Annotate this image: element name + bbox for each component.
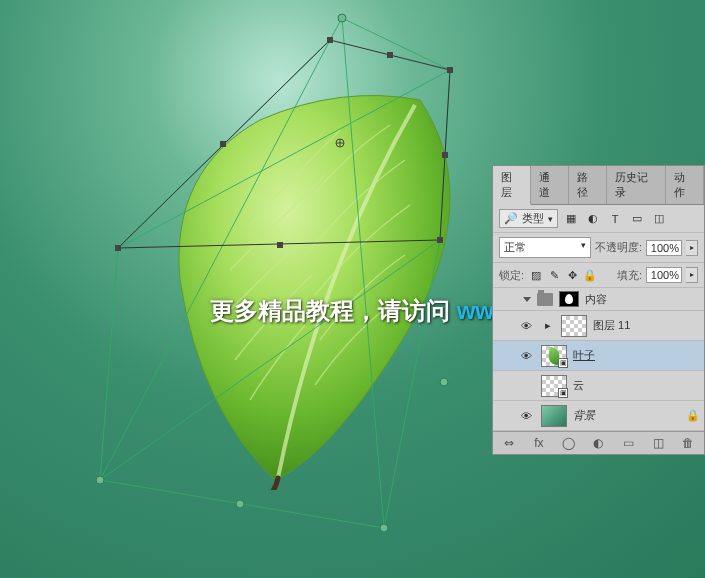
add-adjustment-icon[interactable]: ◐ <box>588 436 608 450</box>
fill-stepper[interactable]: ▸ <box>686 267 698 283</box>
layer-name[interactable]: 叶子 <box>573 348 700 363</box>
search-icon: 🔎 <box>504 212 518 225</box>
lock-all-icon[interactable]: 🔒 <box>582 267 598 283</box>
visibility-eye-icon[interactable]: 👁 <box>517 347 535 365</box>
opacity-label: 不透明度: <box>595 240 642 255</box>
filter-type-icon[interactable]: T <box>606 211 624 227</box>
group-mask-thumb[interactable] <box>559 291 579 307</box>
disclosure-triangle-icon[interactable] <box>523 297 531 302</box>
opacity-stepper[interactable]: ▸ <box>686 240 698 256</box>
folder-icon <box>537 293 553 306</box>
layer-name[interactable]: 云 <box>573 378 700 393</box>
visibility-eye-icon[interactable]: 👁 <box>517 407 535 425</box>
layer-thumb[interactable]: ▣ <box>541 345 567 367</box>
layer-name[interactable]: 图层 11 <box>593 318 700 333</box>
tab-layers[interactable]: 图层 <box>493 166 531 205</box>
fill-input[interactable]: 100% <box>646 267 682 283</box>
tab-history[interactable]: 历史记录 <box>607 166 666 204</box>
layers-panel: 图层 通道 路径 历史记录 动作 🔎 类型 ▾ ▦ ◐ T ▭ ◫ 正常 不透明… <box>492 165 705 455</box>
fill-label: 填充: <box>617 268 642 283</box>
lock-icon: 🔒 <box>686 409 700 422</box>
layer-group-header[interactable]: 内容 <box>493 288 704 311</box>
canvas-viewport[interactable]: 更多精品教程，请访问 www.240PS.com 图层 通道 路径 历史记录 动… <box>0 0 705 578</box>
layer-thumb[interactable] <box>561 315 587 337</box>
layer-name[interactable]: 背景 <box>573 408 680 423</box>
delete-layer-icon[interactable]: 🗑 <box>678 436 698 450</box>
layer-thumb[interactable]: ▣ <box>541 375 567 397</box>
smart-object-badge-icon: ▣ <box>558 388 568 398</box>
layer-filter-row: 🔎 类型 ▾ ▦ ◐ T ▭ ◫ <box>493 205 704 233</box>
link-layers-icon[interactable]: ⇔ <box>499 436 519 450</box>
tab-channels[interactable]: 通道 <box>531 166 569 204</box>
lock-buttons: ▨ ✎ ✥ 🔒 <box>528 267 598 283</box>
group-name[interactable]: 内容 <box>585 292 698 307</box>
visibility-eye-icon[interactable]: 👁 <box>517 317 535 335</box>
filter-smart-icon[interactable]: ◫ <box>650 211 668 227</box>
tab-actions[interactable]: 动作 <box>666 166 704 204</box>
svg-point-17 <box>380 524 388 532</box>
svg-rect-5 <box>327 37 333 43</box>
layer-row[interactable]: 👁 ▣ 叶子 <box>493 341 704 371</box>
layer-row[interactable]: ▣ 云 <box>493 371 704 401</box>
chevron-down-icon: ▾ <box>548 214 553 224</box>
lock-pixels-icon[interactable]: ✎ <box>546 267 562 283</box>
chevron-right-icon: ▸ <box>541 319 555 332</box>
lock-fill-row: 锁定: ▨ ✎ ✥ 🔒 填充: 100% ▸ <box>493 263 704 288</box>
lock-transparency-icon[interactable]: ▨ <box>528 267 544 283</box>
layer-row[interactable]: 👁 ▸ 图层 11 <box>493 311 704 341</box>
layer-row[interactable]: 👁 背景 🔒 <box>493 401 704 431</box>
filter-adjust-icon[interactable]: ◐ <box>584 211 602 227</box>
leaf-image[interactable] <box>140 70 480 490</box>
filter-pixel-icon[interactable]: ▦ <box>562 211 580 227</box>
visibility-eye-icon[interactable] <box>517 377 535 395</box>
panel-footer: ⇔ fx ◯ ◐ ▭ ◫ 🗑 <box>493 431 704 454</box>
filter-shape-icon[interactable]: ▭ <box>628 211 646 227</box>
blend-opacity-row: 正常 不透明度: 100% ▸ <box>493 233 704 263</box>
filter-kind-select[interactable]: 🔎 类型 ▾ <box>499 209 558 228</box>
svg-rect-8 <box>115 245 121 251</box>
svg-point-18 <box>96 476 104 484</box>
watermark-label: 更多精品教程，请访问 <box>210 297 450 324</box>
new-layer-icon[interactable]: ◫ <box>648 436 668 450</box>
lock-label: 锁定: <box>499 268 524 283</box>
svg-point-16 <box>338 14 346 22</box>
layer-thumb[interactable] <box>541 405 567 427</box>
smart-object-badge-icon: ▣ <box>558 358 568 368</box>
blend-mode-select[interactable]: 正常 <box>499 237 591 258</box>
filter-label: 类型 <box>522 211 544 226</box>
tab-paths[interactable]: 路径 <box>569 166 607 204</box>
svg-point-19 <box>236 500 244 508</box>
opacity-input[interactable]: 100% <box>646 240 682 256</box>
new-group-icon[interactable]: ▭ <box>618 436 638 450</box>
fx-icon[interactable]: fx <box>529 436 549 450</box>
lock-position-icon[interactable]: ✥ <box>564 267 580 283</box>
panel-tab-bar: 图层 通道 路径 历史记录 动作 <box>493 166 704 205</box>
add-mask-icon[interactable]: ◯ <box>559 436 579 450</box>
svg-rect-9 <box>387 52 393 58</box>
